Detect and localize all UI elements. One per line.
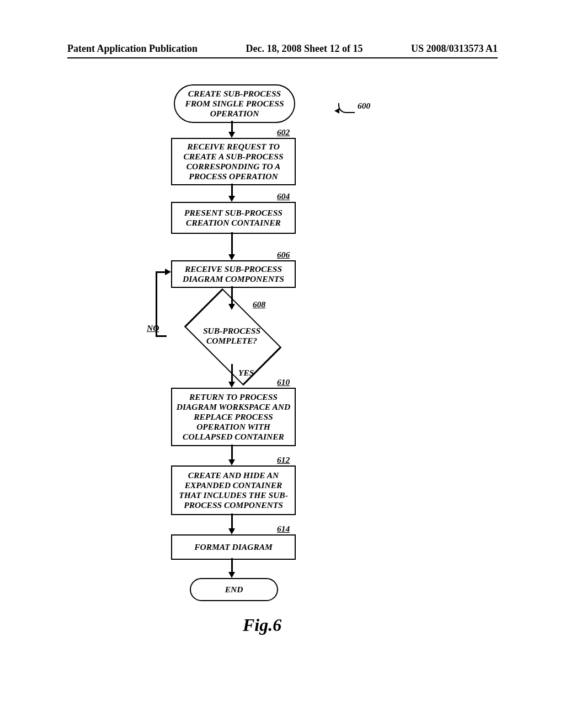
ref-610: 610 <box>277 377 290 387</box>
node-start: CREATE SUB-PROCESS FROM SINGLE PROCESS O… <box>174 84 295 123</box>
edge-602-604 <box>231 184 233 196</box>
edge-start-602-arrow <box>228 132 235 138</box>
header-right: US 2008/0313573 A1 <box>411 43 498 55</box>
node-614-text: FORMAT DIAGRAM <box>194 542 273 552</box>
ref-604: 604 <box>277 191 290 201</box>
edge-612-614 <box>231 513 233 529</box>
ref-614: 614 <box>277 524 290 534</box>
ref-606: 606 <box>277 250 290 260</box>
node-602-text: RECEIVE REQUEST TO CREATE A SUB-PROCESS … <box>175 142 291 181</box>
edge-608-610 <box>231 364 233 382</box>
edge-614-end <box>231 558 233 572</box>
edge-612-614-arrow <box>228 528 235 534</box>
node-602: RECEIVE REQUEST TO CREATE A SUB-PROCESS … <box>171 138 296 185</box>
node-end: END <box>190 578 278 601</box>
edge-610-612 <box>231 445 233 460</box>
header-mid: Dec. 18, 2008 Sheet 12 of 15 <box>246 43 363 55</box>
page-header: Patent Application Publication Dec. 18, … <box>67 43 498 55</box>
header-left: Patent Application Publication <box>67 43 198 55</box>
header-rule <box>67 57 498 58</box>
edge-604-606-arrow <box>228 254 235 260</box>
page: Patent Application Publication Dec. 18, … <box>0 0 565 728</box>
edge-610-612-arrow <box>228 459 235 465</box>
node-604: PRESENT SUB-PROCESS CREATION CONTAINER <box>171 202 296 234</box>
figure-label: Fig.6 <box>243 615 281 635</box>
node-608: SUB-PROCESS COMPLETE? <box>206 310 258 362</box>
flowchart: CREATE SUB-PROCESS FROM SINGLE PROCESS O… <box>0 80 565 687</box>
node-606: RECEIVE SUB-PROCESS DIAGRAM COMPONENTS <box>171 260 296 288</box>
edge-604-606 <box>231 232 233 255</box>
node-606-text: RECEIVE SUB-PROCESS DIAGRAM COMPONENTS <box>175 264 291 284</box>
ref-608: 608 <box>253 299 265 309</box>
ref-600: 600 <box>358 101 370 111</box>
edge-608-610-arrow <box>228 382 235 388</box>
edge-602-604-arrow <box>228 196 235 202</box>
node-612-text: CREATE AND HIDE AN EXPANDED CONTAINER TH… <box>175 470 291 510</box>
ref-600-curve <box>338 103 355 113</box>
edge-start-602 <box>231 121 233 132</box>
label-yes: YES <box>238 368 254 378</box>
edge-614-end-arrow <box>228 572 235 578</box>
edge-no-arrow <box>165 269 171 275</box>
node-start-text: CREATE SUB-PROCESS FROM SINGLE PROCESS O… <box>179 89 290 118</box>
node-610-text: RETURN TO PROCESS DIAGRAM WORKSPACE AND … <box>175 392 291 441</box>
edge-no-h1 <box>156 335 167 337</box>
ref-602: 602 <box>277 127 290 137</box>
node-612: CREATE AND HIDE AN EXPANDED CONTAINER TH… <box>171 465 296 515</box>
label-no: NO <box>147 323 159 333</box>
node-604-text: PRESENT SUB-PROCESS CREATION CONTAINER <box>175 208 291 228</box>
node-614: FORMAT DIAGRAM <box>171 534 296 560</box>
ref-612: 612 <box>277 455 290 465</box>
node-608-text: SUB-PROCESS COMPLETE? <box>184 310 280 362</box>
node-610: RETURN TO PROCESS DIAGRAM WORKSPACE AND … <box>171 388 296 446</box>
node-end-text: END <box>225 585 243 595</box>
edge-no-h2 <box>156 271 165 273</box>
